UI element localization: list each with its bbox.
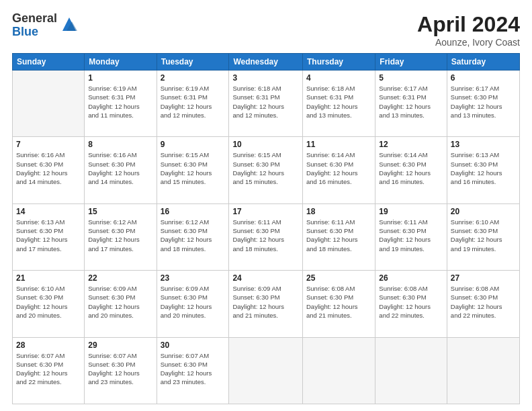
day-info: Sunrise: 6:18 AM Sunset: 6:31 PM Dayligh…	[306, 84, 371, 120]
table-row: 7Sunrise: 6:16 AM Sunset: 6:30 PM Daylig…	[13, 137, 85, 203]
day-info: Sunrise: 6:18 AM Sunset: 6:31 PM Dayligh…	[232, 84, 299, 120]
day-number: 6	[451, 73, 516, 83]
table-row: 28Sunrise: 6:07 AM Sunset: 6:30 PM Dayli…	[13, 337, 85, 404]
table-row: 26Sunrise: 6:08 AM Sunset: 6:30 PM Dayli…	[375, 271, 447, 337]
table-row	[447, 337, 519, 404]
day-number: 11	[306, 140, 371, 149]
day-number: 19	[379, 207, 443, 216]
day-info: Sunrise: 6:14 AM Sunset: 6:30 PM Dayligh…	[306, 150, 371, 186]
col-monday: Monday	[85, 54, 157, 71]
day-number: 16	[161, 207, 226, 216]
main-title: April 2024	[417, 12, 520, 37]
table-row: 30Sunrise: 6:07 AM Sunset: 6:30 PM Dayli…	[157, 337, 229, 404]
table-row: 15Sunrise: 6:12 AM Sunset: 6:30 PM Dayli…	[85, 203, 157, 270]
day-info: Sunrise: 6:13 AM Sunset: 6:30 PM Dayligh…	[16, 218, 81, 253]
day-number: 15	[88, 207, 152, 216]
day-number: 5	[379, 73, 443, 83]
day-number: 24	[232, 273, 299, 283]
day-number: 17	[232, 207, 299, 216]
day-number: 18	[306, 207, 371, 216]
day-info: Sunrise: 6:16 AM Sunset: 6:30 PM Dayligh…	[16, 150, 81, 186]
day-number: 28	[16, 340, 81, 350]
title-block: April 2024 Aounze, Ivory Coast	[417, 12, 520, 48]
table-row: 5Sunrise: 6:17 AM Sunset: 6:31 PM Daylig…	[375, 71, 447, 137]
day-info: Sunrise: 6:08 AM Sunset: 6:30 PM Dayligh…	[451, 284, 516, 320]
day-number: 23	[161, 273, 226, 283]
table-row: 21Sunrise: 6:10 AM Sunset: 6:30 PM Dayli…	[13, 271, 85, 337]
day-info: Sunrise: 6:15 AM Sunset: 6:30 PM Dayligh…	[161, 150, 226, 186]
day-info: Sunrise: 6:17 AM Sunset: 6:31 PM Dayligh…	[379, 84, 443, 120]
day-number: 13	[451, 140, 516, 149]
day-info: Sunrise: 6:11 AM Sunset: 6:30 PM Dayligh…	[306, 218, 371, 253]
logo: General Blue	[12, 12, 79, 39]
day-info: Sunrise: 6:19 AM Sunset: 6:31 PM Dayligh…	[161, 84, 226, 120]
day-number: 27	[451, 273, 516, 283]
day-info: Sunrise: 6:11 AM Sunset: 6:30 PM Dayligh…	[379, 218, 443, 253]
logo-text: General Blue	[12, 12, 57, 39]
day-info: Sunrise: 6:08 AM Sunset: 6:30 PM Dayligh…	[379, 284, 443, 320]
day-number: 1	[88, 73, 152, 83]
table-row: 24Sunrise: 6:09 AM Sunset: 6:30 PM Dayli…	[229, 271, 303, 337]
table-row: 12Sunrise: 6:14 AM Sunset: 6:30 PM Dayli…	[375, 137, 447, 203]
day-info: Sunrise: 6:09 AM Sunset: 6:30 PM Dayligh…	[88, 284, 152, 320]
day-info: Sunrise: 6:10 AM Sunset: 6:30 PM Dayligh…	[16, 284, 81, 320]
day-info: Sunrise: 6:09 AM Sunset: 6:30 PM Dayligh…	[232, 284, 299, 320]
day-number: 25	[306, 273, 371, 283]
day-info: Sunrise: 6:14 AM Sunset: 6:30 PM Dayligh…	[379, 150, 443, 186]
table-row: 27Sunrise: 6:08 AM Sunset: 6:30 PM Dayli…	[447, 271, 519, 337]
day-number: 10	[232, 140, 299, 149]
table-row: 14Sunrise: 6:13 AM Sunset: 6:30 PM Dayli…	[13, 203, 85, 270]
day-number: 22	[88, 273, 152, 283]
day-info: Sunrise: 6:07 AM Sunset: 6:30 PM Dayligh…	[88, 351, 152, 387]
day-number: 2	[161, 73, 226, 83]
table-row: 1Sunrise: 6:19 AM Sunset: 6:31 PM Daylig…	[85, 71, 157, 137]
table-row: 29Sunrise: 6:07 AM Sunset: 6:30 PM Dayli…	[85, 337, 157, 404]
table-row: 17Sunrise: 6:11 AM Sunset: 6:30 PM Dayli…	[229, 203, 303, 270]
day-info: Sunrise: 6:15 AM Sunset: 6:30 PM Dayligh…	[232, 150, 299, 186]
table-row: 23Sunrise: 6:09 AM Sunset: 6:30 PM Dayli…	[157, 271, 229, 337]
table-row: 25Sunrise: 6:08 AM Sunset: 6:30 PM Dayli…	[303, 271, 375, 337]
day-number: 14	[16, 207, 81, 216]
day-info: Sunrise: 6:10 AM Sunset: 6:30 PM Dayligh…	[451, 218, 516, 253]
day-number: 20	[451, 207, 516, 216]
logo-icon	[60, 15, 79, 34]
table-row: 8Sunrise: 6:16 AM Sunset: 6:30 PM Daylig…	[85, 137, 157, 203]
logo-general: General	[12, 12, 57, 26]
day-number: 3	[232, 73, 299, 83]
day-number: 12	[379, 140, 443, 149]
day-number: 9	[161, 140, 226, 149]
table-row: 4Sunrise: 6:18 AM Sunset: 6:31 PM Daylig…	[303, 71, 375, 137]
header: General Blue April 2024 Aounze, Ivory Co…	[12, 12, 520, 48]
table-row: 3Sunrise: 6:18 AM Sunset: 6:31 PM Daylig…	[229, 71, 303, 137]
table-row: 2Sunrise: 6:19 AM Sunset: 6:31 PM Daylig…	[157, 71, 229, 137]
table-row: 13Sunrise: 6:13 AM Sunset: 6:30 PM Dayli…	[447, 137, 519, 203]
day-info: Sunrise: 6:11 AM Sunset: 6:30 PM Dayligh…	[232, 218, 299, 253]
table-row	[13, 71, 85, 137]
table-row: 10Sunrise: 6:15 AM Sunset: 6:30 PM Dayli…	[229, 137, 303, 203]
col-saturday: Saturday	[447, 54, 519, 71]
table-row: 18Sunrise: 6:11 AM Sunset: 6:30 PM Dayli…	[303, 203, 375, 270]
day-number: 4	[306, 73, 371, 83]
day-number: 8	[88, 140, 152, 149]
table-row: 20Sunrise: 6:10 AM Sunset: 6:30 PM Dayli…	[447, 203, 519, 270]
calendar-table: Sunday Monday Tuesday Wednesday Thursday…	[12, 53, 520, 404]
col-sunday: Sunday	[13, 54, 85, 71]
day-number: 30	[161, 340, 226, 350]
table-row: 6Sunrise: 6:17 AM Sunset: 6:30 PM Daylig…	[447, 71, 519, 137]
day-info: Sunrise: 6:13 AM Sunset: 6:30 PM Dayligh…	[451, 150, 516, 186]
table-row	[229, 337, 303, 404]
day-info: Sunrise: 6:08 AM Sunset: 6:30 PM Dayligh…	[306, 284, 371, 320]
day-info: Sunrise: 6:12 AM Sunset: 6:30 PM Dayligh…	[161, 218, 226, 253]
table-row: 16Sunrise: 6:12 AM Sunset: 6:30 PM Dayli…	[157, 203, 229, 270]
table-row	[303, 337, 375, 404]
day-number: 26	[379, 273, 443, 283]
table-row: 19Sunrise: 6:11 AM Sunset: 6:30 PM Dayli…	[375, 203, 447, 270]
day-info: Sunrise: 6:19 AM Sunset: 6:31 PM Dayligh…	[88, 84, 152, 120]
day-info: Sunrise: 6:09 AM Sunset: 6:30 PM Dayligh…	[161, 284, 226, 320]
day-info: Sunrise: 6:16 AM Sunset: 6:30 PM Dayligh…	[88, 150, 152, 186]
subtitle: Aounze, Ivory Coast	[417, 37, 520, 48]
day-info: Sunrise: 6:07 AM Sunset: 6:30 PM Dayligh…	[16, 351, 81, 387]
table-row	[375, 337, 447, 404]
table-row: 9Sunrise: 6:15 AM Sunset: 6:30 PM Daylig…	[157, 137, 229, 203]
col-thursday: Thursday	[303, 54, 375, 71]
